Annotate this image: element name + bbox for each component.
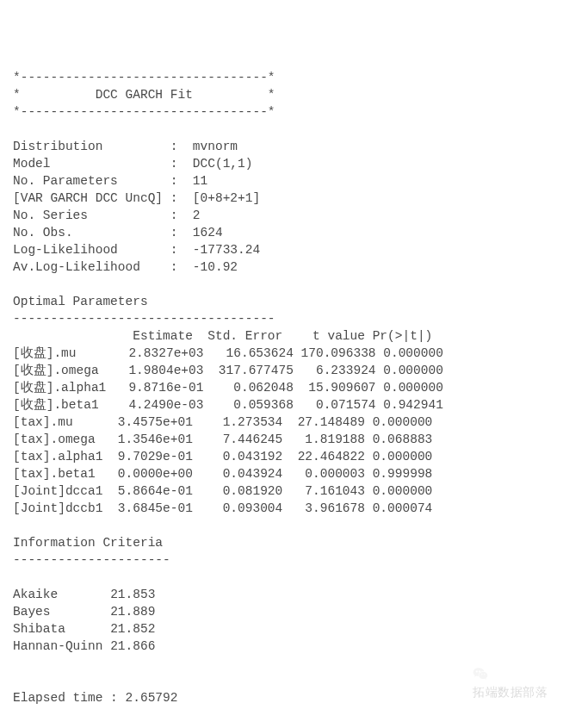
summary-row: Av.Log-Likelihood : -10.92 bbox=[13, 258, 550, 276]
divider-top: *---------------------------------* bbox=[13, 69, 550, 86]
blank-line bbox=[13, 569, 550, 586]
table-row: [收盘].alpha1 9.8716e-01 0.062048 15.90960… bbox=[13, 379, 550, 396]
summary-label: Av.Log-Likelihood : bbox=[13, 260, 193, 274]
ic-value: 21.853 bbox=[110, 588, 155, 601]
ic-value: 21.852 bbox=[110, 622, 155, 636]
ic-rule: --------------------- bbox=[13, 551, 550, 569]
table-row: [收盘].mu 2.8327e+03 16.653624 170.096338 … bbox=[13, 345, 550, 362]
summary-value: [0+8+2+1] bbox=[193, 191, 260, 205]
summary-value: 1624 bbox=[193, 226, 223, 240]
summary-label: No. Obs. : bbox=[13, 226, 193, 240]
ic-value: 21.866 bbox=[110, 639, 155, 653]
ic-value: 21.889 bbox=[110, 605, 155, 619]
summary-label: Model : bbox=[13, 157, 193, 171]
ic-name: Shibata bbox=[13, 622, 102, 636]
ic-name: Hannan-Quinn bbox=[13, 639, 102, 653]
summary-row: Log-Likelihood : -17733.24 bbox=[13, 241, 550, 258]
summary-label: No. Parameters : bbox=[13, 174, 193, 188]
table-row: [tax].beta1 0.0000e+00 0.043924 0.000003… bbox=[13, 465, 550, 482]
summary-value: mvnorm bbox=[193, 140, 238, 153]
table-row: [tax].omega 1.3546e+01 7.446245 1.819188… bbox=[13, 431, 550, 448]
summary-value: DCC(1,1) bbox=[193, 157, 253, 171]
params-columns: Estimate Std. Error t value Pr(>|t|) bbox=[13, 327, 550, 345]
summary-row: No. Series : 2 bbox=[13, 207, 550, 224]
summary-label: [VAR GARCH DCC UncQ] : bbox=[13, 191, 193, 205]
table-row: [收盘].beta1 4.2490e-03 0.059368 0.071574 … bbox=[13, 396, 550, 414]
summary-row: No. Obs. : 1624 bbox=[13, 224, 550, 241]
table-row: [tax].alpha1 9.7029e-01 0.043192 22.4648… bbox=[13, 448, 550, 465]
summary-value: -10.92 bbox=[193, 260, 238, 274]
elapsed-label: Elapsed time : bbox=[13, 691, 126, 705]
summary-row: No. Parameters : 11 bbox=[13, 172, 550, 190]
watermark: 拓端数据部落 bbox=[465, 650, 548, 700]
wechat-icon bbox=[473, 666, 488, 681]
summary-value: 2 bbox=[193, 208, 201, 222]
summary-value: 11 bbox=[193, 174, 207, 188]
ic-row: Akaike 21.853 bbox=[13, 586, 550, 603]
table-row: [收盘].omega 1.9804e+03 317.677475 6.23392… bbox=[13, 362, 550, 379]
title-line: * DCC GARCH Fit * bbox=[13, 86, 550, 103]
summary-row: Model : DCC(1,1) bbox=[13, 155, 550, 172]
params-header: Optimal Parameters bbox=[13, 293, 550, 310]
blank-line bbox=[13, 121, 550, 138]
elapsed-value: 2.65792 bbox=[126, 691, 178, 705]
params-table-body: [收盘].mu 2.8327e+03 16.653624 170.096338 … bbox=[13, 345, 550, 517]
summary-row: Distribution : mvnorm bbox=[13, 138, 550, 155]
summary-label: No. Series : bbox=[13, 208, 193, 222]
summary-value: -17733.24 bbox=[193, 243, 260, 257]
ic-name: Bayes bbox=[13, 605, 102, 619]
table-row: [Joint]dcca1 5.8664e-01 0.081920 7.16104… bbox=[13, 482, 550, 500]
summary-label: Distribution : bbox=[13, 140, 193, 153]
summary-label: Log-Likelihood : bbox=[13, 243, 193, 257]
params-rule: ----------------------------------- bbox=[13, 310, 550, 327]
ic-header: Information Criteria bbox=[13, 534, 550, 551]
ic-row: Shibata 21.852 bbox=[13, 620, 550, 638]
watermark-text: 拓端数据部落 bbox=[473, 685, 548, 699]
ic-name: Akaike bbox=[13, 588, 102, 601]
summary-row: [VAR GARCH DCC UncQ] : [0+8+2+1] bbox=[13, 190, 550, 207]
ic-row: Bayes 21.889 bbox=[13, 603, 550, 620]
divider-bottom: *---------------------------------* bbox=[13, 103, 550, 121]
table-row: [tax].mu 3.4575e+01 1.273534 27.148489 0… bbox=[13, 414, 550, 431]
blank-line bbox=[13, 276, 550, 293]
table-row: [Joint]dccb1 3.6845e-01 0.093004 3.96167… bbox=[13, 500, 550, 517]
blank-line bbox=[13, 517, 550, 534]
